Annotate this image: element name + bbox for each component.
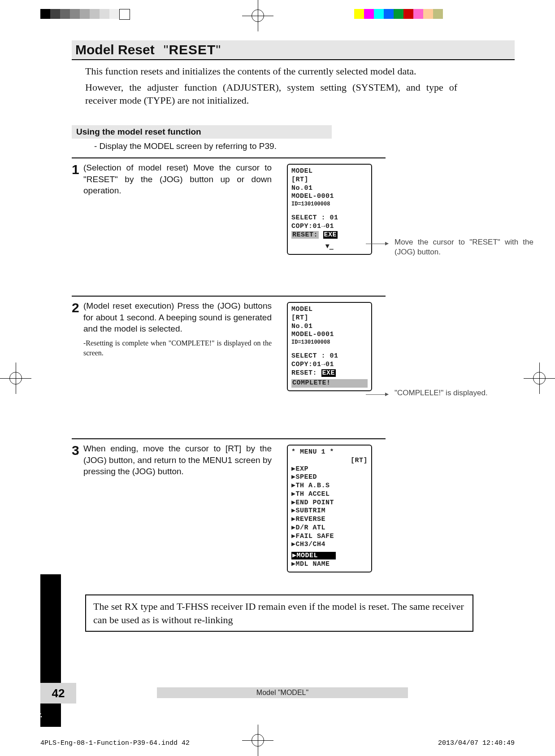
swatch — [384, 9, 394, 19]
page-number: 42 — [40, 683, 76, 704]
step-2: 2(Model reset execution) Press the (JOG)… — [72, 296, 386, 438]
lcd-menu-item: ▶MDL NAME — [291, 560, 368, 569]
page-title-bar: Model Reset "RESET" — [72, 40, 515, 60]
intro-paragraph-2: However, the adjuster function (ADJUSTER… — [85, 81, 457, 107]
lcd-menu-item-selected: ▶MODEL — [291, 552, 368, 560]
lcd-menu-item: ▶FAIL SAFE — [291, 533, 368, 541]
lcd-reset-row: RESET: EXE — [291, 231, 368, 240]
lcd-menu-title: * MENU 1 * — [291, 448, 368, 457]
slug-left: 4PLS-Eng-08-1-Function-P39-64.indd 42 — [40, 739, 190, 747]
swatch — [90, 9, 100, 19]
page-title-main: Model Reset — [75, 42, 155, 57]
crop-mark-bottom-icon — [242, 725, 273, 756]
lcd-screen: MODEL [RT]No.01MODEL-0001 ID=130100008SE… — [287, 302, 372, 391]
pre-note: - Display the MODEL screen by referring … — [94, 141, 515, 151]
section-tab: Function — [40, 574, 61, 727]
lcd-screen: MODEL [RT]No.01MODEL-0001 ID=130100008SE… — [287, 164, 372, 255]
lcd-line: [RT] — [291, 314, 368, 323]
lcd-line: MODEL — [291, 306, 368, 314]
callout-arrow-icon — [366, 394, 388, 395]
swatch — [403, 9, 413, 19]
swatch — [100, 9, 109, 19]
lcd-complete: COMPLETE! — [291, 379, 368, 388]
crop-mark-left-icon — [0, 363, 31, 394]
lcd-menu-item: ▶SPEED — [291, 473, 368, 482]
swatch — [413, 9, 423, 19]
step-number: 3 — [72, 443, 83, 458]
swatch — [364, 9, 374, 19]
lcd-line: COPY:01→01 — [291, 223, 368, 231]
swatch — [50, 9, 60, 19]
lcd-menu-item: ▶CH3/CH4 — [291, 541, 368, 549]
lcd-line: No.01 — [291, 184, 368, 193]
step-body: (Selection of model reset) Move the curs… — [83, 162, 272, 197]
step-1: 1(Selection of model reset) Move the cur… — [72, 157, 386, 296]
lcd-line: COPY:01→01 — [291, 361, 368, 369]
swatch — [80, 9, 90, 19]
step-body: When ending, move the cursor to [RT] by … — [83, 443, 272, 477]
lcd-line: No.01 — [291, 323, 368, 331]
lcd-menu-item: ▶TH ACCEL — [291, 490, 368, 499]
lcd-menu-item: ▶SUBTRIM — [291, 507, 368, 516]
note-box: The set RX type and T-FHSS receiver ID r… — [85, 594, 473, 632]
lcd-menu-item: ▶D/R ATL — [291, 524, 368, 533]
lcd-line: MODEL-0001 — [291, 192, 368, 201]
page-title-quoted: "RESET" — [164, 42, 221, 57]
step-number: 1 — [72, 162, 83, 177]
swatch — [109, 9, 119, 19]
footer-center: Model "MODEL" — [157, 687, 408, 698]
lcd-rt: [RT] — [291, 457, 368, 465]
lcd-line: SELECT : 01 — [291, 352, 368, 361]
swatch — [40, 9, 50, 19]
swatch — [70, 9, 80, 19]
lcd-reset-row: RESET: EXE — [291, 369, 368, 378]
registration-colors — [354, 9, 443, 19]
callout-text: Move the cursor to "RESET" with the (JOG… — [395, 237, 533, 257]
step-number: 2 — [72, 300, 83, 315]
lcd-line: SELECT : 01 — [291, 214, 368, 223]
step-body: (Model reset execution) Press the (JOG) … — [83, 300, 272, 358]
lcd-menu-item: ▶END POINT — [291, 499, 368, 507]
slug-right: 2013/04/07 12:40:49 — [438, 739, 515, 747]
step-3: 3When ending, move the cursor to [RT] by… — [72, 438, 386, 568]
lcd-id: ID=130100008 — [291, 201, 368, 208]
callout-text: "COMPLELE!" is displayed. — [395, 388, 533, 398]
swatch — [394, 9, 403, 19]
lcd-line: MODEL — [291, 167, 368, 176]
swatch — [119, 9, 130, 20]
swatch — [354, 9, 364, 19]
swatch — [433, 9, 443, 19]
step-note: -Resetting is complete when "COMPLETE!" … — [83, 338, 272, 358]
swatch — [423, 9, 433, 19]
swatch — [60, 9, 70, 19]
lcd-scroll-icon: ▼̲ — [291, 243, 368, 251]
lcd-menu-item: ▶REVERSE — [291, 516, 368, 524]
callout-arrow-icon — [366, 244, 388, 244]
lcd-id: ID=130100008 — [291, 339, 368, 346]
intro-paragraph-1: This function resets and initializes the… — [85, 65, 457, 78]
lcd-menu-screen: * MENU 1 *[RT]▶EXP▶SPEED▶TH A.B.S▶TH ACC… — [287, 445, 372, 572]
registration-grayscale — [40, 9, 130, 19]
lcd-menu-item: ▶TH A.B.S — [291, 482, 368, 490]
lcd-line: MODEL-0001 — [291, 331, 368, 339]
lcd-menu-item: ▶EXP — [291, 465, 368, 474]
crop-mark-top-icon — [242, 0, 273, 31]
sub-heading: Using the model reset function — [72, 125, 332, 139]
swatch — [374, 9, 384, 19]
lcd-line: [RT] — [291, 176, 368, 184]
